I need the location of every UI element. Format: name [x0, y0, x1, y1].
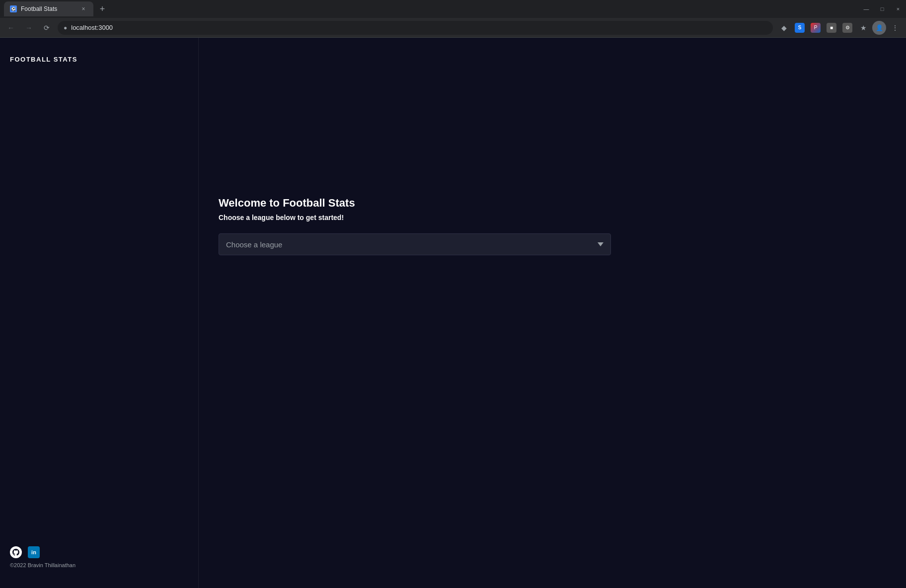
github-icon[interactable]	[10, 546, 22, 558]
minimize-button[interactable]: —	[862, 6, 870, 12]
address-bar[interactable]: ● localhost:3000	[58, 21, 773, 35]
tab-close-button[interactable]: ×	[79, 5, 87, 13]
window-controls: — □ ×	[862, 6, 902, 12]
more-options-icon[interactable]: ⋮	[888, 21, 902, 35]
browser-titlebar: ⚽ Football Stats × + — □ ×	[0, 0, 906, 18]
extension-1-icon[interactable]: S	[795, 23, 805, 33]
reload-button[interactable]: ⟳	[40, 21, 54, 35]
new-tab-button[interactable]: +	[95, 2, 109, 16]
tab-favicon: ⚽	[10, 5, 17, 12]
tab-title: Football Stats	[21, 5, 57, 12]
linkedin-icon[interactable]: in	[28, 546, 40, 558]
sidebar-copyright: ©2022 Bravin Thillainathan	[10, 562, 188, 568]
welcome-subtitle: Choose a league below to get started!	[219, 214, 886, 221]
extension-4-icon[interactable]: ⚙	[842, 23, 852, 33]
profile-icon[interactable]: 👤	[872, 21, 886, 35]
browser-tab[interactable]: ⚽ Football Stats ×	[4, 1, 93, 16]
sidebar-social: in	[10, 546, 188, 558]
close-button[interactable]: ×	[894, 6, 902, 12]
welcome-title: Welcome to Football Stats	[219, 197, 886, 210]
main-content: Welcome to Football Stats Choose a leagu…	[199, 38, 906, 588]
url-text: localhost:3000	[71, 24, 113, 31]
app-container: FOOTBALL STATS in ©2022 Bravin Thillaina…	[0, 38, 906, 588]
extension-3-icon[interactable]: ■	[827, 23, 836, 33]
browser-chrome: ⚽ Football Stats × + — □ × ← → ⟳ ● local…	[0, 0, 906, 38]
league-select[interactable]: Choose a league Premier League La Liga B…	[219, 233, 611, 255]
sidebar-footer: in ©2022 Bravin Thillainathan	[10, 546, 188, 576]
welcome-section: Welcome to Football Stats Choose a leagu…	[219, 197, 886, 255]
extensions-icon[interactable]: ◆	[777, 21, 791, 35]
toolbar-icons: ◆ S P ■ ⚙ ★ 👤 ⋮	[777, 21, 902, 35]
bookmark-icon[interactable]: ★	[856, 21, 870, 35]
back-button[interactable]: ←	[4, 21, 18, 35]
sidebar: FOOTBALL STATS in ©2022 Bravin Thillaina…	[0, 38, 199, 588]
maximize-button[interactable]: □	[878, 6, 886, 12]
forward-button[interactable]: →	[22, 21, 36, 35]
lock-icon: ●	[64, 24, 67, 31]
sidebar-title: FOOTBALL STATS	[10, 50, 188, 69]
browser-toolbar: ← → ⟳ ● localhost:3000 ◆ S P ■ ⚙ ★ 👤 ⋮	[0, 18, 906, 38]
extension-2-icon[interactable]: P	[811, 23, 821, 33]
